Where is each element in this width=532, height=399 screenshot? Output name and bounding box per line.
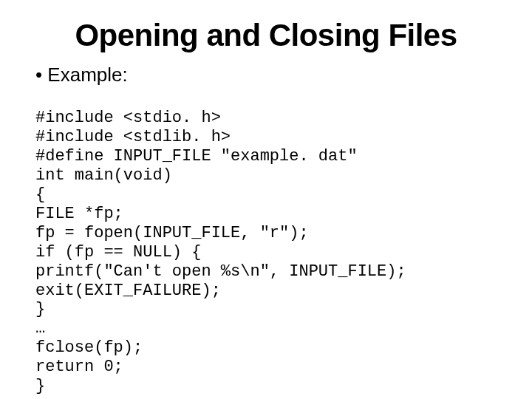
code-block: #include <stdio. h> #include <stdlib. h>…: [35, 89, 497, 399]
code-line: exit(EXIT_FAILURE);: [35, 282, 221, 300]
slide-container: Opening and Closing Files • Example: #in…: [0, 0, 532, 399]
code-line: …: [35, 319, 45, 338]
code-line: }: [35, 377, 45, 395]
code-line: fclose(fp);: [35, 338, 143, 357]
code-line: FILE *fp;: [35, 205, 123, 223]
code-line: if (fp == NULL) {: [35, 243, 201, 262]
code-line: #define INPUT_FILE "example. dat": [35, 147, 358, 166]
code-line: return 0;: [35, 358, 123, 376]
slide-title: Opening and Closing Files: [35, 18, 497, 53]
code-line: fp = fopen(INPUT_FILE, "r");: [35, 224, 309, 242]
code-line: #include <stdlib. h>: [35, 128, 231, 146]
bullet-example: • Example:: [35, 64, 497, 86]
code-line: }: [35, 300, 45, 318]
code-line: int main(void): [35, 166, 172, 185]
code-line: printf("Can't open %s\n", INPUT_FILE);: [35, 262, 406, 281]
code-line: {: [35, 185, 45, 204]
code-line: #include <stdio. h>: [35, 109, 221, 127]
